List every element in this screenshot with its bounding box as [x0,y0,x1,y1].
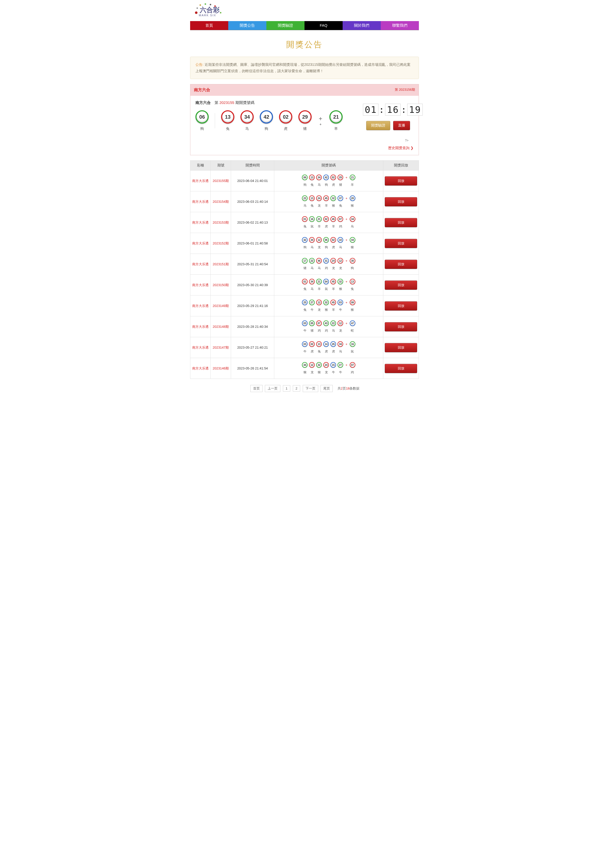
ball-zodiac: 猪 [298,127,312,131]
verify-button[interactable]: 開獎驗證 [366,121,390,130]
mini-zodiac: 虎 [331,245,336,250]
page-prev[interactable]: 上一页 [265,385,280,392]
page-last[interactable]: 尾页 [320,385,333,392]
cell-time: 2023-06-04 21:40:01 [231,170,274,191]
result-card: 南方六合 第 2023156期 南方六合 第 2023155 期開獎號碼 06狗… [190,84,419,155]
nav-home[interactable]: 首頁 [190,21,228,30]
cell-numbers: 011621024507+34兔鼠羊虎羊鸡马 [274,212,383,233]
mini-zodiac: 猴 [350,308,355,312]
mini-zodiac: 马 [309,287,315,291]
mini-ball: 12 [337,321,343,326]
mini-ball: 34 [316,175,322,180]
mini-ball: 22 [302,195,308,201]
ball-number: 13 [221,110,235,124]
mini-zodiac: 虎 [323,349,329,354]
mini-zodiac: 龙 [338,329,343,333]
mini-ball: 32 [337,279,343,284]
ball-item: 02虎 [279,110,292,131]
replay-button[interactable]: 回放 [385,176,417,186]
mini-ball: 42 [302,237,308,243]
mini-ball: 29 [337,175,343,180]
mini-zodiac: 鼠 [350,349,355,354]
cell-lottery-name: 南方大乐透 [190,337,211,358]
mini-zodiac: 兔 [350,287,355,291]
nav-kaijiang[interactable]: 開獎公告 [228,21,266,30]
replay-button[interactable]: 回放 [385,301,417,310]
mini-ball: 45 [331,279,336,284]
replay-button[interactable]: 回放 [385,197,417,206]
mini-zodiac: 兔 [302,287,308,291]
nav-about[interactable]: 關於我們 [343,21,381,30]
mini-ball: 42 [323,175,329,180]
th-time: 開獎時間 [231,161,274,170]
mini-zodiac: 龙 [323,370,329,375]
mini-ball: 32 [323,299,329,305]
page-2[interactable]: 2 [293,385,300,392]
mini-ball: 32 [316,362,322,368]
cell-issue: 2023146期 [211,358,231,379]
cell-lottery-name: 南方大乐透 [190,254,211,275]
cell-numbers: 030507432212+47牛猪鸡鸡马龙蛇 [274,316,383,337]
history-link[interactable]: 歷史開獎查詢 [363,146,413,150]
notice-box: 公告: 近期某些非法開獎網、圖庫、論壇抄襲我司官網和開獎現場，從2023115期… [190,57,419,79]
mini-ball: 34 [337,341,343,347]
plus-icon: + [345,238,348,242]
ball-item: 13兔 [221,110,235,131]
cell-issue: 2023152期 [211,233,231,254]
th-issue: 期號 [211,161,231,170]
mini-zodiac: 兔 [309,183,315,187]
nav-faq[interactable]: FAQ [304,21,343,30]
mini-zodiac: 龙 [309,370,315,375]
cell-lottery-name: 南方大乐透 [190,275,211,296]
replay-button[interactable]: 回放 [385,218,417,227]
svg-point-0 [199,4,201,6]
nav-yanzheng[interactable]: 開獎驗證 [266,21,304,30]
mini-ball-special: 07 [350,362,355,368]
cell-time: 2023-05-26 21:41:54 [231,358,274,379]
mini-ball: 06 [302,175,308,180]
mini-ball: 45 [331,216,336,222]
replay-button[interactable]: 回放 [385,281,417,290]
ball-zodiac: 兔 [221,127,235,131]
ball-number: 42 [260,110,273,124]
mini-ball: 21 [316,279,322,284]
mini-ball: 02 [323,216,329,222]
page-next[interactable]: 下一页 [303,385,318,392]
mini-ball: 05 [309,321,315,326]
mini-zodiac: 兔 [317,349,322,354]
cell-issue: 2023147期 [211,337,231,358]
ball-number: 06 [196,110,209,124]
mini-ball: 13 [316,341,322,347]
main-balls-row: 06狗13兔34马42狗02虎29猪++21羊 [196,110,363,131]
mini-ball: 24 [316,195,322,201]
replay-button[interactable]: 回放 [385,260,417,269]
ball-item: 29猪 [298,110,312,131]
plus-icon: + [345,342,348,346]
mini-ball: 02 [331,175,336,180]
replay-button[interactable]: 回放 [385,364,417,373]
live-button[interactable]: 直播 [393,121,410,130]
nav-contact[interactable]: 聯繫我們 [381,21,419,30]
mini-zodiac: 龙 [331,266,336,270]
mini-ball: 17 [302,258,308,264]
ball-item: 42狗 [260,110,273,131]
mini-ball-special: 16 [350,341,355,347]
svg-point-2 [210,4,211,5]
mini-ball: 03 [337,299,343,305]
ball-item: 34马 [241,110,254,131]
ball-item: 06狗 [196,110,209,131]
mini-zodiac: 羊 [317,287,322,291]
pagination: 首页 上一页 1 2 下一页 尾页 共2页18条数据 [190,379,419,398]
mini-ball: 43 [323,321,329,326]
mini-ball: 16 [309,216,315,222]
plus-icon: + [318,115,323,122]
replay-button[interactable]: 回放 [385,322,417,331]
mini-zodiac: 猴 [323,308,329,312]
page-1[interactable]: 1 [283,385,290,392]
replay-button[interactable]: 回放 [385,343,417,352]
replay-button[interactable]: 回放 [385,239,417,248]
mini-zodiac: 羊 [350,183,355,187]
cell-lottery-name: 南方大乐透 [190,191,211,212]
page-first[interactable]: 首页 [250,385,263,392]
cell-time: 2023-05-28 21:40:34 [231,316,274,337]
